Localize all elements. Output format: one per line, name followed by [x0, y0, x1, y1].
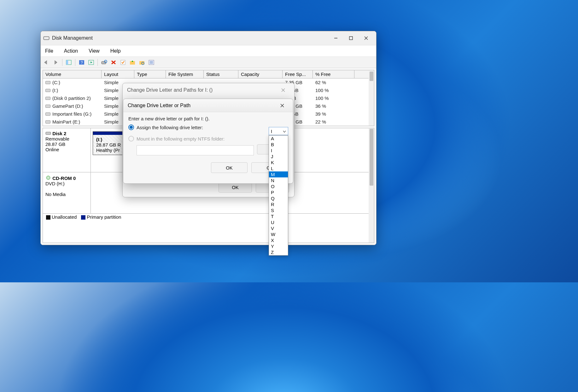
- svg-point-26: [48, 177, 49, 178]
- partition-i-line1: 28.87 GB R: [96, 142, 121, 147]
- menu-view[interactable]: View: [86, 47, 102, 55]
- menu-help[interactable]: Help: [108, 47, 123, 55]
- disk-icon: [45, 131, 51, 135]
- col-capacity[interactable]: Capacity: [238, 70, 283, 78]
- col-pctfree[interactable]: % Free: [313, 70, 354, 78]
- menu-file[interactable]: File: [43, 47, 56, 55]
- d2-ok-button[interactable]: OK: [211, 162, 248, 173]
- cdrom-icon: [45, 175, 51, 180]
- disk-icon: [45, 112, 50, 116]
- menu-action[interactable]: Action: [61, 47, 80, 55]
- legend-primary-swatch: [81, 215, 85, 220]
- cdrom-media: No Media: [45, 192, 66, 197]
- legend-unalloc-label: Unallocated: [52, 214, 77, 220]
- col-status[interactable]: Status: [204, 70, 238, 78]
- dropdown-item[interactable]: T: [269, 213, 288, 219]
- settings-list-icon[interactable]: [147, 58, 156, 66]
- dropdown-item[interactable]: N: [269, 177, 288, 183]
- close-button[interactable]: [359, 32, 374, 44]
- disk2-name: Disk 2: [52, 131, 66, 136]
- col-filesystem[interactable]: File System: [166, 70, 204, 78]
- dropdown-item[interactable]: L: [269, 165, 288, 171]
- dropdown-item[interactable]: R: [269, 201, 288, 207]
- disk2-state: Online: [45, 147, 59, 152]
- disk2-kind: Removable: [45, 136, 69, 141]
- radio-assign-letter[interactable]: [128, 124, 134, 130]
- drive-letter-combo[interactable]: I: [269, 127, 288, 135]
- window-title: Disk Management: [52, 35, 328, 41]
- col-freespace[interactable]: Free Sp...: [283, 70, 313, 78]
- refresh-icon[interactable]: [100, 58, 108, 66]
- opt-mount-label: Mount in the following empty NTFS folder…: [137, 136, 225, 141]
- lower-scrollbar[interactable]: [369, 128, 374, 243]
- menu-bar: File Action View Help: [41, 45, 376, 57]
- col-layout[interactable]: Layout: [102, 70, 134, 78]
- show-hide-console-icon[interactable]: [64, 58, 73, 66]
- disk2-size: 28.87 GB: [45, 141, 65, 147]
- svg-rect-7: [66, 60, 68, 65]
- dropdown-item[interactable]: W: [269, 231, 288, 237]
- dropdown-item[interactable]: K: [269, 159, 288, 165]
- cdrom-name: CD-ROM 0: [52, 176, 76, 181]
- dropdown-item[interactable]: P: [269, 189, 288, 195]
- cdrom-drive: DVD (H:): [45, 181, 65, 186]
- dropdown-item[interactable]: M: [269, 171, 288, 177]
- toolbar: ?: [41, 57, 376, 68]
- forward-icon[interactable]: [51, 58, 60, 66]
- delete-icon[interactable]: [109, 58, 118, 66]
- partition-i-line2: Healthy (Pr: [96, 147, 120, 153]
- dropdown-item[interactable]: Z: [269, 249, 288, 255]
- col-type[interactable]: Type: [134, 70, 166, 78]
- dropdown-item[interactable]: O: [269, 183, 288, 189]
- back-icon[interactable]: [42, 58, 51, 66]
- dropdown-item[interactable]: Q: [269, 195, 288, 201]
- disk-icon: [45, 120, 50, 124]
- d2-title-text: Change Drive Letter or Path: [128, 103, 190, 108]
- dropdown-item[interactable]: X: [269, 237, 288, 243]
- svg-text:?: ?: [81, 61, 83, 65]
- svg-rect-1: [44, 37, 49, 39]
- folder-up-icon[interactable]: [128, 58, 137, 66]
- close-icon[interactable]: [276, 100, 289, 111]
- minimize-button[interactable]: [328, 32, 343, 44]
- titlebar: Disk Management: [41, 31, 376, 45]
- dropdown-item[interactable]: J: [269, 153, 288, 159]
- disk-icon: [45, 81, 50, 84]
- close-icon[interactable]: [277, 84, 290, 96]
- disk-icon: [45, 97, 50, 100]
- grid-scrollbar[interactable]: [369, 70, 374, 126]
- change-drive-letter-dialog: Change Drive Letter or Path Enter a new …: [123, 99, 293, 184]
- dropdown-item[interactable]: B: [269, 141, 288, 147]
- drive-letter-dropdown[interactable]: ABIJKLMNOPQRSTUVWXYZ: [269, 135, 288, 256]
- change-paths-title: Change Drive Letter and Paths for I: (): [127, 87, 213, 93]
- help-icon[interactable]: ?: [77, 58, 86, 66]
- maximize-button[interactable]: [343, 32, 359, 44]
- disk-icon: [45, 105, 50, 108]
- dropdown-item[interactable]: U: [269, 219, 288, 225]
- app-icon: [43, 35, 50, 41]
- dropdown-item[interactable]: Y: [269, 243, 288, 249]
- col-volume[interactable]: Volume: [43, 70, 102, 78]
- drive-letter-combo-value: I: [271, 129, 272, 134]
- partition-i-label: (I:): [96, 137, 102, 142]
- disk-icon: [45, 89, 50, 92]
- dropdown-item[interactable]: V: [269, 225, 288, 231]
- opt-assign-label: Assign the following drive letter:: [137, 125, 203, 130]
- mount-path-input: [137, 145, 254, 155]
- d2-instruction: Enter a new drive letter or path for I: …: [128, 116, 288, 121]
- dropdown-item[interactable]: I: [269, 147, 288, 153]
- radio-mount-folder[interactable]: [128, 136, 134, 141]
- legend: Unallocated Primary partition: [43, 213, 374, 220]
- chevron-down-icon: [283, 129, 286, 134]
- dropdown-item[interactable]: A: [269, 135, 288, 141]
- action-list-icon[interactable]: [87, 58, 96, 66]
- svg-rect-24: [46, 132, 51, 135]
- legend-primary-label: Primary partition: [87, 214, 121, 220]
- svg-rect-3: [349, 37, 353, 40]
- legend-unalloc-swatch: [46, 215, 50, 220]
- dropdown-item[interactable]: S: [269, 207, 288, 213]
- folder-search-icon[interactable]: [137, 58, 146, 66]
- svg-marker-11: [90, 61, 92, 63]
- properties-icon[interactable]: [119, 58, 127, 66]
